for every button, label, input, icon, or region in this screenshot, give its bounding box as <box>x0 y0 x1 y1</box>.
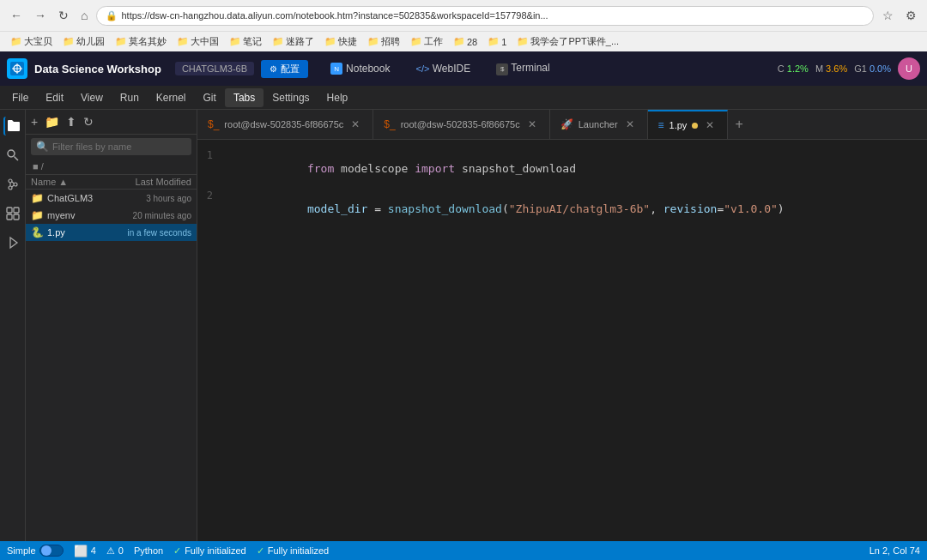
address-bar[interactable]: 🔒 https://dsw-cn-hangzhou.data.aliyun.co… <box>96 6 874 26</box>
bookmark-shortcut[interactable]: 📁 快捷 <box>321 34 360 49</box>
search-input[interactable] <box>52 142 186 152</box>
new-folder-button[interactable]: 📁 <box>43 113 61 130</box>
tab-terminal-2[interactable]: $_ root@dsw-502835-6f86675c ✕ <box>373 110 549 139</box>
svg-line-5 <box>14 157 18 161</box>
sidebar-icon-files[interactable] <box>3 117 22 135</box>
menu-edit[interactable]: Edit <box>37 88 72 107</box>
terminal-tab-icon: $_ <box>384 118 395 130</box>
svg-marker-16 <box>10 238 17 248</box>
instance-badge: CHATGLM3-6B <box>175 62 254 75</box>
list-item[interactable]: 🐍 1.py in a few seconds <box>26 224 197 241</box>
back-button[interactable]: ← <box>7 7 26 24</box>
file-list: 📁 ChatGLM3 3 hours ago 📁 myenv 20 minute… <box>26 190 197 541</box>
bookmark-dabao[interactable]: 📁 大宝贝 <box>7 34 56 49</box>
sidebar-icon-extensions[interactable] <box>3 204 22 223</box>
sidebar-icon-search[interactable] <box>3 146 22 165</box>
bookmark-ppt[interactable]: 📁 我学会了PPT课件_... <box>513 34 622 49</box>
menu-kernel[interactable]: Kernel <box>148 88 195 107</box>
mode-label: Simple <box>7 545 36 556</box>
browser-chrome: ← → ↻ ⌂ 🔒 https://dsw-cn-hangzhou.data.a… <box>0 0 927 51</box>
initialized-indicator-2: ✓ Fully initialized <box>257 545 330 557</box>
sidebar-icons <box>0 110 26 541</box>
file-name: 1.py <box>47 227 114 238</box>
col-date: Last Modified <box>114 177 191 187</box>
add-tab-button[interactable]: + <box>728 117 749 132</box>
url-text: https://dsw-cn-hangzhou.data.aliyun.com/… <box>121 10 548 21</box>
nav-tabs: N Notebook </> WebIDE $ Terminal <box>318 57 562 80</box>
toggle-switch[interactable] <box>39 545 64 557</box>
bookmark-1[interactable]: 📁 1 <box>484 35 510 48</box>
bookmark-lost[interactable]: 📁 迷路了 <box>269 34 318 49</box>
file-explorer: + 📁 ⬆ ↻ 🔍 ■ / Name ▲ Last Modified 📁 <box>26 110 197 541</box>
upload-button[interactable]: ⬆ <box>64 113 78 130</box>
refresh-files-button[interactable]: ↻ <box>82 113 95 130</box>
bookmark-youer[interactable]: 📁 幼儿园 <box>59 34 108 49</box>
tab-py-file[interactable]: ≡ 1.py ✕ <box>648 110 729 139</box>
extensions-button[interactable]: ⚙ <box>902 7 920 24</box>
paren-close: ) <box>778 202 785 215</box>
menu-run[interactable]: Run <box>112 88 148 107</box>
menu-git[interactable]: Git <box>195 88 225 107</box>
tab-label: 1.py <box>670 120 688 130</box>
forward-button[interactable]: → <box>31 7 50 24</box>
spaces-indicator[interactable]: ⬜ 4 <box>74 545 96 557</box>
tab-close-button[interactable]: ✕ <box>348 117 362 131</box>
editor-tabs: $_ root@dsw-502835-6f86675c ✕ $_ root@ds… <box>197 110 927 140</box>
keyword-import: import <box>415 162 455 175</box>
bookmark-button[interactable]: ☆ <box>879 7 897 24</box>
tab-webide[interactable]: </> WebIDE <box>403 58 482 79</box>
config-button[interactable]: ⚙ 配置 <box>261 60 308 78</box>
svg-rect-14 <box>7 214 12 220</box>
svg-line-11 <box>11 185 14 187</box>
tab-terminal-1[interactable]: $_ root@dsw-502835-6f86675c ✕ <box>197 110 373 139</box>
tab-close-button[interactable]: ✕ <box>525 117 539 131</box>
topbar: Data Science Workshop CHATGLM3-6B ⚙ 配置 N… <box>0 51 927 86</box>
cursor-position: Ln 2, Col 74 <box>869 545 920 556</box>
check-icon-2: ✓ <box>257 545 264 557</box>
tab-notebook[interactable]: N Notebook <box>318 58 402 79</box>
main-layout: + 📁 ⬆ ↻ 🔍 ■ / Name ▲ Last Modified 📁 <box>0 110 927 541</box>
home-button[interactable]: ⌂ <box>77 7 91 24</box>
explorer-toolbar: + 📁 ⬆ ↻ <box>26 110 197 135</box>
code-editor[interactable]: 1 from modelscope import snapshot_downlo… <box>197 140 927 541</box>
tab-terminal[interactable]: $ Terminal <box>484 57 561 80</box>
string-version: "v1.0.0" <box>724 202 778 215</box>
menu-file[interactable]: File <box>3 88 37 107</box>
terminal-icon: $ <box>496 63 508 75</box>
bookmark-work[interactable]: 📁 工作 <box>407 34 446 49</box>
line-content: from modelscope import snapshot_download <box>223 149 927 188</box>
bookmark-dazhong[interactable]: 📁 大中国 <box>173 34 222 49</box>
tab-launcher[interactable]: 🚀 Launcher ✕ <box>550 110 648 139</box>
param-revision: revision <box>663 202 718 215</box>
svg-point-4 <box>8 150 15 157</box>
tab-close-button[interactable]: ✕ <box>623 117 637 131</box>
sidebar-icon-debug[interactable] <box>3 233 22 252</box>
initialized-indicator-1: ✓ Fully initialized <box>173 545 246 557</box>
bookmark-mo[interactable]: 📁 莫名其妙 <box>112 34 170 49</box>
refresh-button[interactable]: ↻ <box>55 7 72 24</box>
initialized-label-2: Fully initialized <box>268 545 330 556</box>
menu-view[interactable]: View <box>72 88 112 107</box>
tab-close-button[interactable]: ✕ <box>703 118 717 132</box>
language-indicator[interactable]: Python <box>134 545 163 556</box>
errors-indicator[interactable]: ⚠ 0 <box>106 545 124 557</box>
list-item[interactable]: 📁 ChatGLM3 3 hours ago <box>26 190 197 207</box>
new-file-button[interactable]: + <box>29 113 39 130</box>
menu-help[interactable]: Help <box>318 88 357 107</box>
search-icon: 🔍 <box>36 141 49 153</box>
file-table-header: Name ▲ Last Modified <box>26 175 197 190</box>
svg-line-10 <box>11 182 14 184</box>
bookmark-28[interactable]: 📁 28 <box>450 35 481 48</box>
menu-settings[interactable]: Settings <box>264 88 318 107</box>
menu-tabs[interactable]: Tabs <box>225 88 264 107</box>
tab-label: Launcher <box>579 119 618 129</box>
mode-toggle[interactable]: Simple <box>7 545 64 557</box>
user-avatar[interactable]: U <box>898 57 920 80</box>
bookmark-recruit[interactable]: 📁 招聘 <box>364 34 403 49</box>
browser-toolbar: ← → ↻ ⌂ 🔒 https://dsw-cn-hangzhou.data.a… <box>0 0 927 31</box>
list-item[interactable]: 📁 myenv 20 minutes ago <box>26 207 197 224</box>
col-name[interactable]: Name ▲ <box>31 177 114 187</box>
bookmark-note[interactable]: 📁 笔记 <box>226 34 265 49</box>
folder-icon: 📁 <box>31 209 44 221</box>
sidebar-icon-git[interactable] <box>3 175 22 194</box>
